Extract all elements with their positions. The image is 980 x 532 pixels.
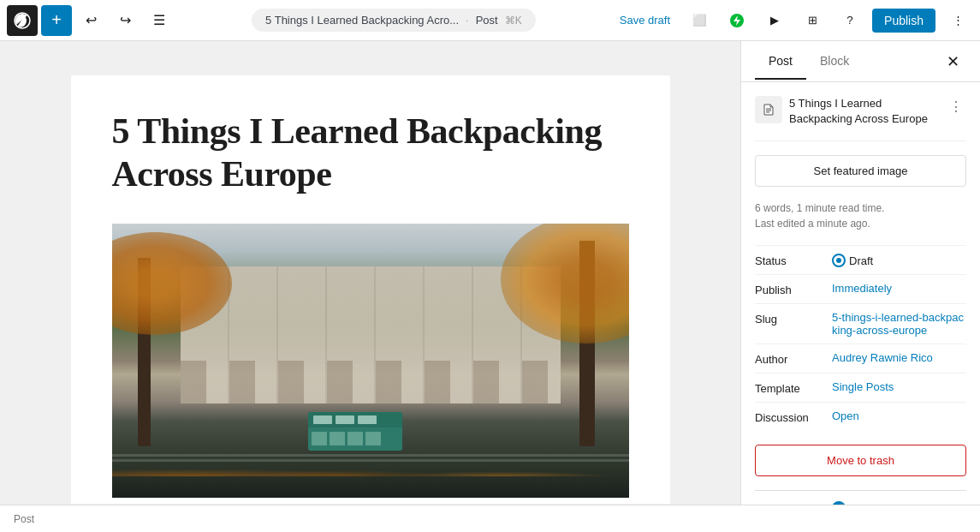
bolt-button[interactable] — [722, 5, 752, 36]
options-button[interactable]: ⋮ — [942, 5, 973, 36]
template-row: Template Single Posts — [755, 373, 966, 402]
sidebar-tabs: Post Block — [755, 44, 939, 80]
close-sidebar-button[interactable]: ✕ — [939, 48, 966, 75]
post-title[interactable]: 5 Things I Learned Backpacking Across Eu… — [112, 110, 629, 196]
tab-post[interactable]: Post — [755, 44, 806, 80]
draft-icon — [832, 254, 846, 267]
move-to-trash-button[interactable]: Move to trash — [755, 445, 966, 476]
set-featured-image-button[interactable]: Set featured image — [755, 155, 966, 187]
save-draft-button[interactable]: Save draft — [613, 9, 677, 32]
help-icon: ? — [846, 14, 852, 27]
publish-row: Publish Immediately — [755, 274, 966, 303]
bolt-icon — [729, 13, 745, 28]
send-button[interactable]: ▶ — [759, 5, 790, 36]
featured-image — [112, 224, 629, 498]
discussion-row: Discussion Open — [755, 402, 966, 431]
options-icon: ⋮ — [953, 14, 964, 27]
add-block-button[interactable]: + — [41, 5, 72, 36]
main-area: 5 Things I Learned Backpacking Across Eu… — [0, 41, 980, 505]
panel-menu-button[interactable]: ⋮ — [946, 96, 966, 117]
layout-icon: ⊞ — [808, 14, 817, 27]
layout-button[interactable]: ⊞ — [797, 5, 828, 36]
post-panel-header: 5 Things I Learned Backpacking Across Eu… — [755, 96, 966, 141]
slug-row: Slug 5-things-i-learned-backpacking-acro… — [755, 303, 966, 344]
redo-icon: ↪ — [120, 12, 131, 28]
status-bar-label: Post — [14, 513, 34, 525]
publish-label: Publish — [755, 282, 832, 296]
meta-text: 6 words, 1 minute read time. Last edited… — [755, 200, 966, 231]
list-view-icon: ☰ — [153, 12, 165, 28]
post-type-label: Post — [476, 14, 498, 27]
slug-label: Slug — [755, 311, 832, 326]
status-value[interactable]: Draft — [832, 253, 966, 267]
toolbar-left: + ↩ ↪ ☰ — [7, 5, 175, 36]
status-label: Status — [755, 253, 832, 267]
draft-badge: Draft — [832, 254, 873, 267]
preview-icon: ⬜ — [692, 14, 707, 27]
discussion-label: Discussion — [755, 409, 832, 424]
keyboard-shortcut: ⌘K — [505, 15, 522, 27]
author-row: Author Audrey Rawnie Rico — [755, 344, 966, 373]
sidebar: Post Block ✕ 5 Things I L — [740, 41, 980, 505]
template-value[interactable]: Single Posts — [832, 380, 966, 393]
title-pill-separator: · — [466, 14, 469, 27]
discussion-value[interactable]: Open — [832, 409, 966, 422]
document-icon — [762, 103, 775, 117]
panel-post-title: 5 Things I Learned Backpacking Across Eu… — [789, 96, 946, 127]
ai-assistant-section: AI Assistant ⚡ ∧ — [755, 490, 966, 505]
fallen-leaves — [112, 459, 629, 476]
publish-button[interactable]: Publish — [872, 9, 935, 33]
last-edited-text: Last edited a minute ago. — [755, 216, 966, 231]
preview-button[interactable]: ⬜ — [684, 5, 715, 36]
wordpress-logo[interactable] — [7, 5, 38, 36]
toolbar-right: Save draft ⬜ ▶ ⊞ ? Publish ⋮ — [613, 5, 973, 36]
editor-content: 5 Things I Learned Backpacking Across Eu… — [71, 75, 670, 504]
publish-value[interactable]: Immediately — [832, 282, 966, 295]
slug-value[interactable]: 5-things-i-learned-backpacking-across-eu… — [832, 311, 966, 337]
editor-area[interactable]: 5 Things I Learned Backpacking Across Eu… — [0, 41, 740, 505]
word-count-text: 6 words, 1 minute read time. — [755, 200, 966, 216]
toolbar-center: 5 Things I Learned Backpacking Acro... ·… — [178, 9, 609, 32]
plus-icon: + — [51, 10, 62, 30]
tram-track-1 — [112, 454, 629, 457]
help-button[interactable]: ? — [834, 5, 865, 36]
panel-post-icon — [755, 96, 782, 123]
author-label: Author — [755, 351, 832, 366]
post-title-pill[interactable]: 5 Things I Learned Backpacking Acro... ·… — [252, 9, 536, 32]
redo-button[interactable]: ↪ — [110, 5, 140, 36]
status-row: Status Draft — [755, 245, 966, 274]
undo-icon: ↩ — [86, 12, 97, 28]
tram — [308, 412, 402, 451]
list-view-button[interactable]: ☰ — [144, 5, 175, 36]
sidebar-header: Post Block ✕ — [741, 41, 980, 82]
tab-block[interactable]: Block — [806, 44, 863, 80]
undo-button[interactable]: ↩ — [75, 5, 106, 36]
status-bar: Post — [0, 505, 980, 532]
send-icon: ▶ — [770, 14, 779, 27]
close-icon: ✕ — [947, 52, 959, 71]
toolbar: + ↩ ↪ ☰ 5 Things I Learned Backpacking A… — [0, 0, 980, 41]
template-label: Template — [755, 380, 832, 395]
sidebar-body: 5 Things I Learned Backpacking Across Eu… — [741, 82, 980, 505]
author-value[interactable]: Audrey Rawnie Rico — [832, 351, 966, 364]
title-pill-text: 5 Things I Learned Backpacking Acro... — [265, 14, 459, 27]
